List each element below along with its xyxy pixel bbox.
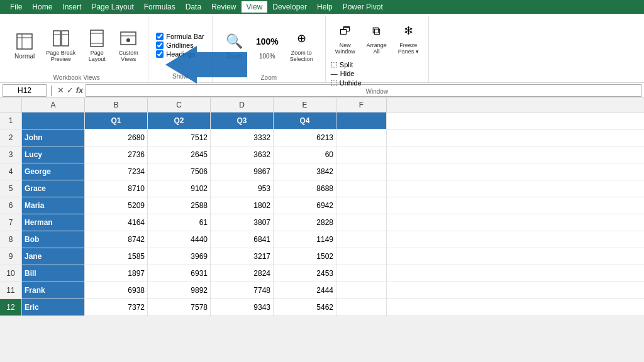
cell-r6-c3[interactable]: 1802	[211, 197, 274, 214]
menu-formulas[interactable]: Formulas	[139, 1, 180, 13]
insert-function-icon[interactable]: fx	[76, 85, 84, 95]
row-num-8[interactable]: 8	[0, 231, 22, 248]
custom-views-button[interactable]: CustomViews	[114, 25, 143, 65]
row-num-12[interactable]: 12	[0, 299, 22, 315]
cell-r7-c1[interactable]: 4164	[85, 214, 148, 231]
cell-r9-c5[interactable]	[336, 248, 387, 265]
cell-r7-c3[interactable]: 3807	[211, 214, 274, 231]
cell-r9-c3[interactable]: 3217	[211, 248, 274, 265]
formula-bar-checkbox[interactable]	[156, 33, 164, 40]
menu-home[interactable]: Home	[27, 1, 57, 13]
menu-file[interactable]: File	[5, 1, 27, 13]
freeze-panes-button[interactable]: ❄ FreezePanes ▾	[394, 18, 423, 58]
cell-r3-c0[interactable]: Lucy	[22, 146, 85, 163]
cell-r8-c3[interactable]: 6841	[211, 231, 274, 248]
cell-r8-c2[interactable]: 4440	[148, 231, 211, 248]
header-cell-1[interactable]: Q1	[85, 112, 148, 129]
col-header-e[interactable]: E	[274, 98, 336, 112]
cell-r3-c1[interactable]: 2736	[85, 146, 148, 163]
cell-r11-c1[interactable]: 6938	[85, 282, 148, 299]
zoom-button[interactable]: 🔍 Zoom	[220, 28, 249, 63]
cell-r9-c1[interactable]: 1585	[85, 248, 148, 265]
row-num-3[interactable]: 3	[0, 146, 22, 163]
hide-button[interactable]: — Hide	[331, 70, 362, 77]
cell-r3-c4[interactable]: 60	[274, 146, 336, 163]
gridlines-checkbox[interactable]	[156, 41, 164, 49]
cell-r4-c2[interactable]: 7506	[148, 163, 211, 180]
col-header-b[interactable]: B	[85, 98, 148, 112]
header-cell-3[interactable]: Q3	[211, 112, 274, 129]
menu-power-pivot[interactable]: Power Pivot	[338, 1, 388, 13]
cell-r2-c4[interactable]: 6213	[274, 129, 336, 146]
row-num-11[interactable]: 11	[0, 282, 22, 299]
cell-r3-c3[interactable]: 3632	[211, 146, 274, 163]
unhide-button[interactable]: ⬚ Unhide	[331, 79, 362, 87]
cell-r12-c2[interactable]: 7578	[148, 299, 211, 315]
menu-view[interactable]: View	[242, 1, 268, 13]
confirm-formula-icon[interactable]: ✓	[67, 85, 74, 95]
cell-r12-c0[interactable]: Eric	[22, 299, 85, 315]
cell-r3-c5[interactable]	[336, 146, 387, 163]
name-box[interactable]	[3, 84, 47, 97]
zoom-selection-button[interactable]: ⊕ Zoom toSelection	[286, 25, 318, 65]
cell-r6-c2[interactable]: 2588	[148, 197, 211, 214]
cell-r8-c0[interactable]: Bob	[22, 231, 85, 248]
row-num-2[interactable]: 2	[0, 129, 22, 146]
cell-r10-c1[interactable]: 1897	[85, 265, 148, 282]
row-num-7[interactable]: 7	[0, 214, 22, 231]
col-header-d[interactable]: D	[211, 98, 274, 112]
cell-r12-c1[interactable]: 7372	[85, 299, 148, 315]
cell-r9-c4[interactable]: 1502	[274, 248, 336, 265]
new-window-button[interactable]: 🗗 NewWindow	[331, 18, 360, 58]
cell-r4-c4[interactable]: 3842	[274, 163, 336, 180]
header-cell-0[interactable]	[22, 112, 85, 129]
cell-r5-c3[interactable]: 953	[211, 180, 274, 197]
row-num-1[interactable]: 1	[0, 112, 22, 129]
arrange-all-button[interactable]: ⧉ ArrangeAll	[362, 18, 391, 58]
page-break-preview-button[interactable]: Page BreakPreview	[42, 25, 80, 65]
cell-r8-c5[interactable]	[336, 231, 387, 248]
cell-r3-c2[interactable]: 2645	[148, 146, 211, 163]
col-header-a[interactable]: A	[22, 98, 85, 112]
cell-r11-c2[interactable]: 9892	[148, 282, 211, 299]
cell-r4-c0[interactable]: George	[22, 163, 85, 180]
cell-r8-c1[interactable]: 8742	[85, 231, 148, 248]
cell-r10-c5[interactable]	[336, 265, 387, 282]
cell-r6-c4[interactable]: 6942	[274, 197, 336, 214]
cell-r10-c4[interactable]: 2453	[274, 265, 336, 282]
cell-r5-c4[interactable]: 8688	[274, 180, 336, 197]
cell-r2-c1[interactable]: 2680	[85, 129, 148, 146]
normal-button[interactable]: Normal	[10, 28, 39, 63]
cell-r4-c3[interactable]: 9867	[211, 163, 274, 180]
col-header-f[interactable]: F	[336, 98, 387, 112]
cell-r12-c3[interactable]: 9343	[211, 299, 274, 315]
row-num-5[interactable]: 5	[0, 180, 22, 197]
cell-r6-c5[interactable]	[336, 197, 387, 214]
cell-r12-c4[interactable]: 5462	[274, 299, 336, 315]
menu-insert[interactable]: Insert	[57, 1, 86, 13]
cell-r7-c5[interactable]	[336, 214, 387, 231]
cell-r6-c0[interactable]: Maria	[22, 197, 85, 214]
cell-r11-c5[interactable]	[336, 282, 387, 299]
headings-checkbox[interactable]	[156, 50, 164, 58]
cell-r2-c3[interactable]: 3332	[211, 129, 274, 146]
cell-r11-c3[interactable]: 7748	[211, 282, 274, 299]
header-cell-4[interactable]: Q4	[274, 112, 336, 129]
cell-r5-c0[interactable]: Grace	[22, 180, 85, 197]
col-header-c[interactable]: C	[148, 98, 211, 112]
row-num-9[interactable]: 9	[0, 248, 22, 265]
cell-r9-c2[interactable]: 3969	[148, 248, 211, 265]
cell-r4-c5[interactable]	[336, 163, 387, 180]
cancel-formula-icon[interactable]: ✕	[57, 85, 64, 95]
cell-r11-c4[interactable]: 2444	[274, 282, 336, 299]
row-num-6[interactable]: 6	[0, 197, 22, 214]
cell-r10-c3[interactable]: 2824	[211, 265, 274, 282]
cell-r2-c5[interactable]	[336, 129, 387, 146]
cell-r7-c2[interactable]: 61	[148, 214, 211, 231]
split-button[interactable]: ⬚ Split	[331, 60, 362, 69]
page-layout-button[interactable]: PageLayout	[82, 25, 111, 65]
cell-r10-c0[interactable]: Bill	[22, 265, 85, 282]
menu-review[interactable]: Review	[206, 1, 241, 13]
menu-page-layout[interactable]: Page Layout	[86, 1, 138, 13]
menu-developer[interactable]: Developer	[267, 1, 312, 13]
